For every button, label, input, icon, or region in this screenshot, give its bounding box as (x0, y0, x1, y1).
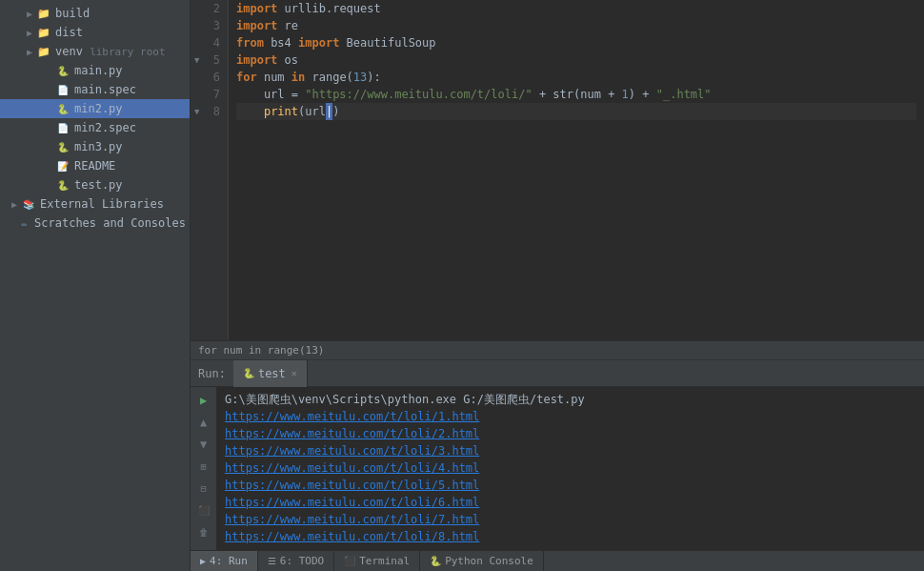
sidebar-item-build[interactable]: ▶ 📁 build (0, 4, 190, 23)
sidebar-item-main-py[interactable]: 🐍 main.py (0, 61, 190, 80)
terminal-icon: ⬛ (344, 556, 355, 566)
run-button-5[interactable]: ⬛ (194, 500, 213, 520)
py-file-icon: 🐍 (55, 101, 70, 116)
run-link-1: https://www.meitulu.com/t/loli/1.html (225, 408, 916, 425)
code-content[interactable]: import urllib.request import re from bs4… (229, 0, 924, 340)
sidebar-item-label: min2.py (74, 102, 123, 115)
run-play-button[interactable]: ▶ (194, 391, 213, 410)
sidebar-item-external-libraries[interactable]: ▶ 📚 External Libraries (0, 194, 190, 214)
bottom-tab-todo-label: 6: TODO (280, 555, 324, 567)
code-line-empty4 (236, 172, 916, 189)
sidebar-item-min2-py[interactable]: 🐍 min2.py (0, 99, 190, 118)
close-tab-icon[interactable]: ✕ (291, 368, 297, 378)
sidebar-item-label: External Libraries (40, 197, 164, 211)
bottom-tab-run[interactable]: ▶ 4: Run (191, 551, 258, 572)
run-tab-test[interactable]: 🐍 test ✕ (233, 360, 308, 387)
bottom-tab-terminal-label: Terminal (359, 555, 410, 567)
code-line-4: from bs4 import BeautifulSoup (236, 34, 916, 51)
run-link-2: https://www.meitulu.com/t/loli/2.html (225, 425, 916, 442)
bottom-tab-run-label: 4: Run (210, 555, 248, 567)
run-link-3: https://www.meitulu.com/t/loli/3.html (225, 442, 916, 459)
line-num-5: ▼5 (194, 51, 220, 69)
code-line-3: import re (236, 17, 916, 34)
code-line-6: for num in range(13): (236, 69, 916, 86)
bottom-tab-python-console-label: Python Console (445, 555, 533, 567)
sidebar-item-label: test.py (74, 178, 123, 192)
folder-icon: 📁 (36, 6, 51, 21)
editor-container: 2 3 4 ▼5 6 7 ▼8 import urllib.request (191, 0, 924, 571)
run-scroll-down-button[interactable]: ▼ (194, 435, 213, 454)
readme-file-icon: 📝 (55, 158, 70, 173)
bottom-tab-todo[interactable]: ☰ 6: TODO (258, 551, 334, 572)
py-file-icon: 🐍 (55, 139, 70, 154)
code-line-7: url = "https://www.meitulu.com/t/loli/" … (236, 86, 916, 103)
code-line-empty3 (236, 154, 916, 172)
line-num-7: 7 (194, 86, 220, 103)
code-line-empty5 (236, 189, 916, 206)
editor-status-bar: for num in range(13) (191, 340, 924, 359)
chevron-right-icon: ▶ (23, 28, 36, 38)
code-line-8: print(url|) (236, 103, 916, 120)
run-tabs-header: Run: 🐍 test ✕ (191, 360, 924, 387)
chevron-right-icon: ▶ (8, 199, 21, 210)
sidebar-item-scratches[interactable]: ✏️ Scratches and Consoles (0, 214, 190, 233)
scratches-icon: ✏️ (18, 215, 30, 231)
sidebar-item-min3-py[interactable]: 🐍 min3.py (0, 137, 190, 156)
run-label: Run: (191, 367, 233, 380)
sidebar-item-label: main.py (74, 64, 123, 77)
run-button-6[interactable]: 🗑 (194, 522, 213, 541)
line-num-8: ▼8 (194, 103, 220, 120)
sidebar-item-label: dist (55, 26, 83, 39)
sidebar-item-label: Scratches and Consoles (34, 216, 186, 230)
sidebar: ▶ 📁 build ▶ 📁 dist ▶ 📁 venv library root… (0, 0, 191, 571)
python-console-icon: 🐍 (430, 556, 441, 566)
sidebar-item-readme[interactable]: 📝 README (0, 156, 190, 175)
run-link-4: https://www.meitulu.com/t/loli/4.html (225, 459, 916, 477)
main-area: ▶ 📁 build ▶ 📁 dist ▶ 📁 venv library root… (0, 0, 924, 571)
code-line-empty (236, 120, 916, 137)
run-link-5: https://www.meitulu.com/t/loli/5.html (225, 477, 916, 494)
run-button-4[interactable]: ⊟ (194, 479, 213, 498)
sidebar-item-dist[interactable]: ▶ 📁 dist (0, 23, 190, 42)
py-file-icon: 🐍 (55, 63, 70, 78)
folder-icon: 📁 (36, 44, 51, 59)
code-editor: 2 3 4 ▼5 6 7 ▼8 import urllib.request (191, 0, 924, 340)
sidebar-item-label: min2.spec (74, 121, 136, 134)
run-link-8: https://www.meitulu.com/t/loli/8.html (225, 528, 916, 545)
run-icon: ▶ (200, 556, 206, 566)
code-line-empty2 (236, 137, 916, 154)
line-num-2: 2 (194, 0, 220, 17)
run-output: G:\美图爬虫\venv\Scripts\python.exe G:/美图爬虫/… (217, 387, 924, 550)
line-num-4: 4 (194, 34, 220, 51)
sidebar-item-main-spec[interactable]: 📄 main.spec (0, 80, 190, 99)
sidebar-item-label: build (55, 7, 90, 20)
py-file-icon: 🐍 (55, 177, 70, 193)
spec-file-icon: 📄 (55, 120, 70, 135)
bottom-tab-terminal[interactable]: ⬛ Terminal (334, 551, 420, 572)
todo-icon: ☰ (268, 556, 276, 566)
spec-file-icon: 📄 (55, 82, 70, 97)
line-num-6: 6 (194, 69, 220, 86)
chevron-right-icon: ▶ (23, 47, 36, 57)
code-line-empty6 (236, 206, 916, 223)
sidebar-item-test-py[interactable]: 🐍 test.py (0, 175, 190, 194)
run-tab-label: test (258, 367, 286, 380)
sidebar-item-label: venv library root (55, 45, 166, 58)
run-gutter: ▶ ▲ ▼ ⊞ ⊟ ⬛ 🗑 (191, 387, 217, 550)
sidebar-item-venv[interactable]: ▶ 📁 venv library root (0, 42, 190, 61)
run-panel: Run: 🐍 test ✕ ▶ ▲ ▼ ⊞ ⊟ ⬛ 🗑 (191, 359, 924, 550)
sidebar-item-min2-spec[interactable]: 📄 min2.spec (0, 118, 190, 137)
line-numbers: 2 3 4 ▼5 6 7 ▼8 (191, 0, 229, 340)
lib-icon: 📚 (21, 196, 36, 212)
code-line-5: import os (236, 51, 916, 69)
run-command-line: G:\美图爬虫\venv\Scripts\python.exe G:/美图爬虫/… (225, 391, 916, 408)
sidebar-item-label: README (74, 159, 115, 173)
sidebar-item-label: main.spec (74, 83, 136, 96)
run-button-3[interactable]: ⊞ (194, 457, 213, 476)
run-scroll-up-button[interactable]: ▲ (194, 413, 213, 432)
bottom-tab-python-console[interactable]: 🐍 Python Console (420, 551, 544, 572)
sidebar-content: ▶ 📁 build ▶ 📁 dist ▶ 📁 venv library root… (0, 0, 190, 571)
breadcrumb: for num in range(13) (198, 344, 324, 357)
line-num-3: 3 (194, 17, 220, 34)
run-link-6: https://www.meitulu.com/t/loli/6.html (225, 494, 916, 511)
